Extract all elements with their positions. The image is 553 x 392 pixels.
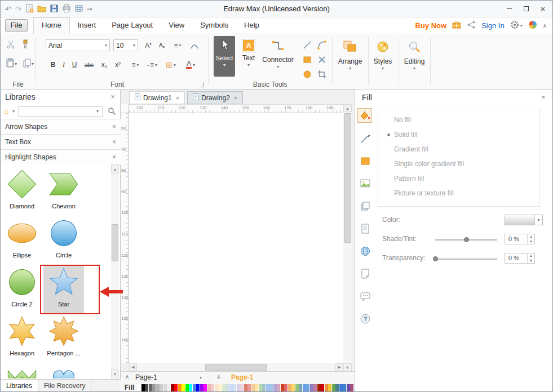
palette-swatch[interactable] bbox=[321, 384, 324, 391]
strikethrough-button[interactable]: abc bbox=[82, 59, 96, 70]
active-page-tab[interactable]: Page-1 bbox=[231, 373, 253, 381]
close-icon[interactable]: × bbox=[112, 153, 116, 161]
text-align-button[interactable]: ≡▾ bbox=[170, 39, 185, 51]
format-painter-icon[interactable] bbox=[21, 39, 30, 50]
palette-swatch[interactable] bbox=[229, 384, 233, 391]
library-shape-ellipse[interactable]: Ellipse bbox=[2, 216, 42, 264]
panel-tab-file-recovery[interactable]: File Recovery bbox=[38, 380, 91, 392]
palette-swatch[interactable] bbox=[240, 384, 244, 391]
font-dialog-launcher-icon[interactable] bbox=[199, 82, 204, 87]
palette-swatch[interactable] bbox=[288, 384, 291, 391]
shade-spinner[interactable]: 0 % ▲▼ bbox=[505, 234, 535, 244]
palette-swatch[interactable] bbox=[178, 384, 182, 391]
grow-font-button[interactable]: A▴ bbox=[142, 39, 154, 51]
palette-swatch[interactable] bbox=[138, 384, 141, 391]
buy-now-link[interactable]: Buy Now bbox=[415, 21, 447, 30]
editing-button[interactable]: Editing ▾ bbox=[400, 36, 429, 77]
close-icon[interactable]: × bbox=[110, 92, 115, 101]
cut-icon[interactable] bbox=[6, 40, 15, 51]
palette-swatch[interactable] bbox=[251, 384, 255, 391]
collapse-ribbon-icon[interactable]: ∧ bbox=[543, 23, 547, 29]
rectangle-tool-icon[interactable] bbox=[302, 54, 313, 65]
pen-line-style-icon[interactable] bbox=[358, 131, 373, 146]
palette-swatch[interactable] bbox=[299, 384, 302, 391]
palette-swatch[interactable] bbox=[211, 384, 214, 391]
arc-text-button[interactable] bbox=[188, 39, 201, 51]
library-shape-hexagon[interactable]: Hexagon bbox=[2, 314, 42, 362]
scroll-right-icon[interactable]: ▶ bbox=[335, 363, 343, 371]
palette-swatch[interactable] bbox=[269, 384, 273, 391]
hscrollbar-thumb[interactable] bbox=[205, 364, 267, 371]
transparency-slider[interactable] bbox=[435, 259, 497, 260]
sign-in-link[interactable]: Sign In bbox=[481, 21, 504, 30]
palette-swatch[interactable] bbox=[152, 384, 156, 391]
palette-swatch[interactable] bbox=[317, 384, 321, 391]
library-scrollbar-thumb[interactable] bbox=[112, 224, 118, 261]
arrange-button[interactable]: Arrange ▾ bbox=[334, 36, 366, 77]
palette-swatch[interactable] bbox=[328, 384, 331, 391]
settings-button[interactable]: ▾ bbox=[510, 20, 523, 31]
pinwheel-icon[interactable] bbox=[528, 20, 537, 31]
scroll-up-icon[interactable]: ▲ bbox=[343, 104, 352, 112]
palette-swatch[interactable] bbox=[145, 384, 148, 391]
palette-swatch[interactable] bbox=[262, 384, 266, 391]
palette-swatch[interactable] bbox=[332, 384, 335, 391]
menu-tab-home[interactable]: Home bbox=[33, 17, 70, 34]
comment-icon[interactable] bbox=[358, 289, 373, 304]
fill-option-solid-fill[interactable]: Solid fill bbox=[378, 127, 539, 142]
layers-icon[interactable] bbox=[358, 199, 373, 213]
close-button[interactable]: × bbox=[534, 2, 551, 15]
shape-style-icon[interactable] bbox=[358, 154, 373, 168]
image-icon[interactable] bbox=[358, 176, 373, 191]
palette-swatch[interactable] bbox=[193, 384, 196, 391]
canvas-hscrollbar[interactable]: ◀ ▶ bbox=[129, 363, 343, 371]
italic-button[interactable]: I bbox=[59, 59, 68, 70]
palette-swatch[interactable] bbox=[244, 384, 247, 391]
spin-up-icon[interactable]: ▲ bbox=[528, 253, 534, 259]
menu-tab-page-layout[interactable]: Page Layout bbox=[104, 17, 161, 33]
palette-swatch[interactable] bbox=[203, 384, 207, 391]
bold-button[interactable]: B bbox=[48, 59, 58, 70]
palette-swatch[interactable] bbox=[222, 384, 225, 391]
panel-tab-libraries[interactable]: Libraries bbox=[1, 380, 38, 392]
maximize-button[interactable] bbox=[517, 2, 534, 15]
fill-option-picture-or-texture-fill[interactable]: Picture or texture fill bbox=[378, 186, 539, 201]
canvas-vscrollbar[interactable]: ▲ ▼ bbox=[343, 104, 352, 371]
ellipse-tool-icon[interactable] bbox=[302, 69, 313, 80]
minimize-button[interactable] bbox=[501, 2, 517, 15]
palette-swatch[interactable] bbox=[291, 384, 295, 391]
palette-swatch[interactable] bbox=[247, 384, 251, 391]
crop-tool-icon[interactable] bbox=[316, 69, 328, 80]
palette-swatch[interactable] bbox=[160, 384, 163, 391]
close-icon[interactable]: × bbox=[112, 123, 116, 131]
palette-swatch[interactable] bbox=[171, 384, 174, 391]
document-icon[interactable] bbox=[358, 221, 373, 236]
fill-bucket-icon[interactable] bbox=[357, 108, 372, 123]
bullet-list-button[interactable]: •≡▾ bbox=[145, 59, 160, 70]
font-size-select[interactable]: 10▾ bbox=[113, 39, 138, 51]
color-dropdown[interactable]: ▾ bbox=[505, 215, 543, 225]
note-icon[interactable] bbox=[358, 266, 373, 281]
palette-swatch[interactable] bbox=[174, 384, 178, 391]
library-scrollbar[interactable]: ▲ ▼ bbox=[111, 164, 119, 378]
gift-icon[interactable] bbox=[452, 20, 461, 30]
palette-swatch[interactable] bbox=[196, 384, 200, 391]
palette-swatch[interactable] bbox=[303, 384, 306, 391]
palette-swatch[interactable] bbox=[306, 384, 309, 391]
close-icon[interactable]: × bbox=[234, 95, 237, 101]
library-shape-wave[interactable] bbox=[2, 363, 42, 378]
palette-swatch[interactable] bbox=[277, 384, 280, 391]
palette-swatch[interactable] bbox=[149, 384, 152, 391]
font-color-button[interactable]: A▾ bbox=[182, 59, 199, 70]
palette-swatch[interactable] bbox=[218, 384, 222, 391]
scroll-up-icon[interactable]: ▲ bbox=[111, 164, 119, 173]
styles-button[interactable]: Styles ▾ bbox=[369, 36, 396, 77]
palette-swatch[interactable] bbox=[156, 384, 160, 391]
palette-swatch[interactable] bbox=[266, 384, 269, 391]
select-tool-button[interactable]: Select ▾ bbox=[214, 36, 235, 77]
page-list-dropdown-icon[interactable]: ▾ bbox=[200, 375, 202, 380]
copy-icon[interactable] bbox=[22, 58, 32, 70]
scroll-left-icon[interactable]: ◀ bbox=[129, 363, 137, 371]
library-shape-chevron[interactable]: Chevron bbox=[43, 167, 84, 215]
palette-swatch[interactable] bbox=[335, 384, 339, 391]
